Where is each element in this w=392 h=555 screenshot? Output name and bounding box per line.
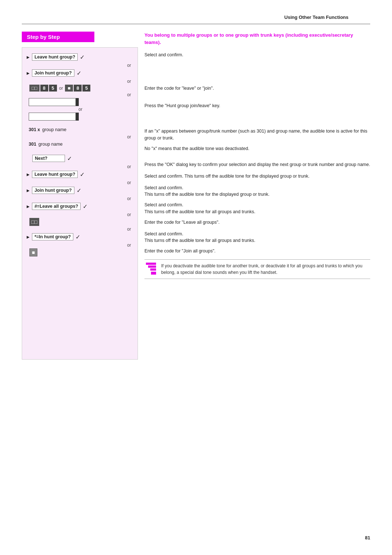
instr-press-key: Press the "Hunt group join/leave" key. [144, 102, 370, 110]
group-x-name: group name [42, 127, 66, 132]
or-text-10: or [26, 227, 134, 232]
check-icon-join-2: ✓ [77, 187, 81, 194]
spacer-2 [144, 69, 370, 77]
left-column: Step by Step ► Leave hunt group? ✓ or ► … [22, 32, 138, 360]
next-row: Next? ✓ [26, 154, 134, 163]
next-label: Next? [32, 155, 65, 162]
arrow-icon-2: ► [26, 70, 30, 76]
key-5b: 5 [82, 85, 90, 92]
leave-hunt-label-2: Leave hunt group? [32, 171, 78, 178]
spacer-3 [144, 77, 370, 85]
step-by-step-header: Step by Step [22, 32, 94, 42]
or-text-11: or [26, 243, 134, 248]
display-line-1 [29, 98, 134, 106]
check-icon-leave-all: ✓ [83, 203, 87, 210]
check-icon-leave-2: ✓ [80, 171, 85, 178]
instr-star-in-code: Enter the code for "Join all groups". [144, 248, 370, 256]
star-key: ■ [65, 85, 73, 92]
group-x-row: 301 x group name [26, 126, 134, 134]
bars-icon [146, 263, 156, 275]
key-5a: 5 [49, 85, 57, 92]
display-screen-2 [29, 113, 76, 121]
instr-leave-all-code: Enter the code for "Leave all groups". [144, 219, 370, 227]
page-number: 81 [365, 535, 370, 540]
or-text-4: or [29, 107, 82, 112]
instr-next: Press the "OK" dialog key to confirm you… [144, 161, 370, 169]
display-block: or [26, 98, 134, 121]
star-icon: ■ [29, 248, 37, 256]
star-in-row: ► *=In hunt group? ✓ [26, 232, 134, 241]
or-text-3: or [26, 92, 134, 97]
key-8a: 8 [40, 85, 48, 92]
arrow-icon-6: ► [26, 234, 30, 240]
instr-join: Select and confirm. This turns off the a… [144, 185, 370, 198]
key-8b: 8 [74, 85, 82, 92]
step-box: ► Leave hunt group? ✓ or ► Join hunt gro… [22, 47, 138, 360]
arrow-icon-5: ► [26, 204, 30, 209]
arrow-down-icon [151, 272, 156, 275]
join-hunt-row: ► Join hunt group? ✓ [26, 69, 134, 77]
group-x-num: 301 x [29, 127, 40, 132]
spacer-7 [144, 155, 370, 161]
leave-all-label: #=Leave all groups? [32, 203, 81, 210]
group-name: group name [38, 142, 63, 147]
instr-leave: Select and confirm. This turns off the a… [144, 173, 370, 181]
instr-enter-code: Enter the code for "leave" or "join". [144, 85, 370, 93]
instr-group-no-x: No "x" means that the audible tone was d… [144, 145, 370, 153]
star-in-line-1: Select and confirm. [144, 231, 183, 236]
join-hunt-label: Join hunt group? [32, 69, 74, 77]
display-cursor-2 [76, 113, 79, 121]
note-icon [146, 263, 158, 275]
display-cursor-1 [76, 98, 79, 106]
leave-all-line-2: This turns off the audible tone for all … [144, 209, 256, 214]
or-text-5: or [26, 134, 134, 139]
instr-select-confirm-1: Select and confirm. [144, 52, 370, 60]
or-text-2: or [26, 79, 134, 84]
or-text-6: or [26, 164, 134, 169]
leave-all-row: ► #=Leave all groups? ✓ [26, 202, 134, 211]
hash-icon: □□ [29, 218, 39, 226]
spacer-5 [144, 112, 370, 128]
star-icon-row: ■ [26, 248, 134, 256]
leave-hunt-row-2: ► Leave hunt group? ✓ [26, 170, 134, 179]
display-screen-1 [29, 98, 76, 106]
check-icon-join: ✓ [77, 70, 81, 77]
join-line-1: Select and confirm. [144, 185, 183, 190]
display-line-2 [29, 113, 134, 121]
arrow-icon-4: ► [26, 188, 30, 193]
bar-1 [146, 263, 156, 265]
code-row: □□ 8 5 or ■ 8 5 [26, 85, 134, 92]
instr-leave-all: Select and confirm. This turns off the a… [144, 202, 370, 215]
or-sep: or [59, 86, 63, 91]
spacer-1 [144, 61, 370, 69]
or-text-1: or [26, 63, 134, 68]
header-title: Using Other Team Functions [284, 15, 348, 20]
or-text-9: or [26, 212, 134, 217]
page-header: Using Other Team Functions [22, 0, 370, 24]
arrow-icon: ► [26, 54, 30, 60]
leave-hunt-label: Leave hunt group? [32, 53, 78, 61]
join-hunt-label-2: Join hunt group? [32, 187, 74, 194]
right-column: You belong to multiple groups or to one … [138, 32, 370, 360]
group-num: 301 [29, 142, 36, 147]
arrow-icon-3: ► [26, 172, 30, 177]
check-icon-leave: ✓ [80, 54, 85, 61]
join-line-2: This turns off the audible tone for the … [144, 192, 269, 197]
or-text-8: or [26, 196, 134, 201]
or-text-7: or [26, 180, 134, 185]
group-row: 301 group name [26, 140, 134, 148]
hash-icon-row: □□ [26, 218, 134, 226]
note-text: If you deactivate the audible tone for a… [161, 263, 369, 276]
hash-key: □□ [29, 85, 40, 92]
spacer-4 [144, 94, 370, 102]
leave-hunt-row: ► Leave hunt group? ✓ [26, 53, 134, 61]
bar-2 [148, 266, 156, 268]
check-icon-next: ✓ [67, 155, 72, 162]
note-box: If you deactivate the audible tone for a… [144, 259, 370, 279]
bar-3 [150, 268, 156, 271]
star-in-label: *=In hunt group? [32, 233, 73, 240]
star-in-line-2: This turns off the audible tone for all … [144, 238, 256, 243]
intro-text: You belong to multiple groups or to one … [144, 32, 370, 46]
leave-all-line-1: Select and confirm. [144, 202, 183, 207]
check-icon-star-in: ✓ [75, 234, 80, 240]
